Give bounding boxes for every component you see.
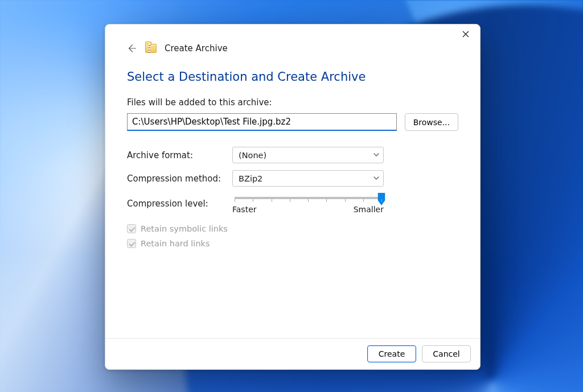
slider-ticks bbox=[235, 199, 381, 204]
retain-hard-links-label: Retain hard links bbox=[141, 239, 210, 248]
back-arrow-icon bbox=[126, 43, 137, 53]
compression-method-value: BZip2 bbox=[239, 174, 262, 183]
retain-hard-links-checkbox: Retain hard links bbox=[127, 239, 458, 248]
dialog-content: Select a Destination and Create Archive … bbox=[105, 54, 480, 338]
archive-format-label: Archive format: bbox=[127, 150, 232, 160]
link-options: Retain symbolic links Retain hard links bbox=[127, 224, 458, 248]
destination-path-input[interactable] bbox=[127, 113, 397, 131]
retain-symbolic-links-checkbox: Retain symbolic links bbox=[127, 224, 458, 233]
dialog-footer: Create Cancel bbox=[105, 338, 480, 369]
dialog-title: Create Archive bbox=[165, 43, 228, 53]
destination-row: Browse... bbox=[127, 113, 458, 131]
compression-method-select[interactable]: BZip2 bbox=[232, 170, 384, 187]
close-button[interactable] bbox=[453, 26, 479, 43]
page-subtitle: Files will be added to this archive: bbox=[127, 97, 458, 108]
page-heading: Select a Destination and Create Archive bbox=[127, 70, 458, 84]
create-button[interactable]: Create bbox=[367, 345, 416, 362]
archive-folder-icon bbox=[145, 44, 157, 53]
archive-format-select[interactable]: (None) bbox=[232, 147, 384, 163]
checkbox-icon bbox=[127, 239, 136, 248]
cancel-button[interactable]: Cancel bbox=[422, 345, 471, 362]
archive-options: Archive format: (None) Compression metho… bbox=[127, 147, 458, 214]
retain-symbolic-links-label: Retain symbolic links bbox=[141, 224, 228, 233]
archive-format-value: (None) bbox=[239, 151, 266, 160]
dialog-titlebar bbox=[105, 24, 480, 44]
back-button[interactable] bbox=[126, 43, 137, 54]
compression-level-label: Compression level: bbox=[127, 199, 232, 209]
checkbox-icon bbox=[127, 224, 136, 233]
compression-level-slider-area: Faster Smaller bbox=[232, 193, 384, 214]
chevron-down-icon bbox=[373, 174, 380, 183]
browse-button[interactable]: Browse... bbox=[405, 113, 458, 131]
close-icon bbox=[462, 31, 469, 38]
create-archive-dialog: Create Archive Select a Destination and … bbox=[105, 24, 481, 370]
slider-smaller-label: Smaller bbox=[354, 205, 384, 214]
slider-faster-label: Faster bbox=[232, 205, 257, 214]
compression-method-label: Compression method: bbox=[127, 174, 232, 184]
dialog-header: Create Archive bbox=[105, 43, 480, 54]
chevron-down-icon bbox=[373, 151, 380, 160]
